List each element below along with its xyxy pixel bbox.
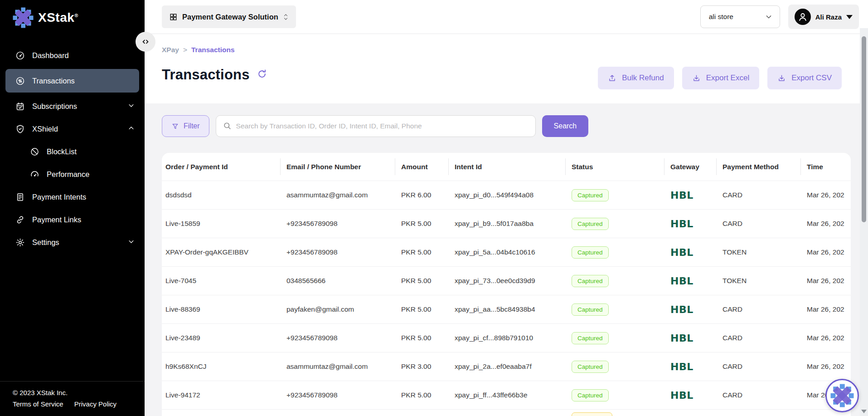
cell-intent-id: xpay_pi_73...0ee0cd39d9 <box>451 277 568 285</box>
cell-amount: PKR 5.00 <box>398 391 451 399</box>
cell-email-phone: +923456789098 <box>283 391 398 399</box>
gateway-hbl-logo: HBL <box>670 361 693 372</box>
export-excel-button[interactable]: Export Excel <box>682 67 759 89</box>
sidebar-item-settings[interactable]: Settings <box>0 232 145 252</box>
table-row[interactable]: XPAY-Order-gqAKGEIBBV +923456789098 PKR … <box>162 238 851 266</box>
export-csv-button[interactable]: Export CSV <box>767 67 842 89</box>
collapse-arrows-icon <box>141 37 150 46</box>
table-row[interactable]: Live-15859 +923456789098 PKR 5.00 xpay_p… <box>162 209 851 238</box>
refresh-icon <box>257 69 267 79</box>
table-row[interactable]: h9Ks68XnCJ asammumtaz@gmail.com PKR 3.00… <box>162 352 851 381</box>
sidebar-item-blocklist[interactable]: BlockList <box>0 142 145 162</box>
vertical-scrollbar[interactable] <box>860 28 868 416</box>
chevron-down-icon <box>128 102 135 111</box>
cell-email-phone: 0348565666 <box>283 277 398 285</box>
cell-email-phone: +923456789098 <box>283 334 398 342</box>
server-list-icon <box>15 192 25 202</box>
status-badge: Captured <box>572 189 609 201</box>
status-badge: Captured <box>572 246 609 259</box>
app-switcher-button[interactable]: Payment Gateway Solution <box>162 5 296 28</box>
download-icon <box>692 74 701 83</box>
sidebar-footer: © 2023 XStak Inc. Terms of Service Priva… <box>0 381 145 416</box>
avatar <box>795 9 811 25</box>
breadcrumb-current[interactable]: Transactions <box>191 46 235 54</box>
sidebar-item-payment-links[interactable]: Payment Links <box>0 210 145 230</box>
sidebar-collapse-button[interactable] <box>136 32 155 52</box>
table-row[interactable]: dsdsdsd asammumtaz@gmail.com PKR 6.00 xp… <box>162 181 851 209</box>
breadcrumb-root[interactable]: XPay <box>162 46 179 54</box>
bulk-refund-button[interactable]: Bulk Refund <box>598 67 674 89</box>
column-header: Order / Payment Id <box>162 153 283 181</box>
gear-icon <box>15 238 25 247</box>
cell-intent-id: xpay_pi_d0...549f494a08 <box>451 191 568 199</box>
sidebar-item-performance[interactable]: Performance <box>0 164 145 184</box>
cell-time: Mar 26, 202 <box>803 305 851 313</box>
cell-amount: PKR 5.00 <box>398 334 451 342</box>
cell-payment-method: TOKEN <box>719 277 803 285</box>
subscriptions-icon <box>15 102 25 111</box>
content-area: XPay > Transactions Transactions Bulk Re… <box>145 34 868 416</box>
gateway-hbl-logo: HBL <box>670 190 693 201</box>
table-row[interactable]: Live-23489 +923456789098 PKR 5.00 xpay_p… <box>162 323 851 352</box>
brand-name: XStak® <box>38 10 78 25</box>
cell-payment-method: CARD <box>719 334 803 342</box>
scrollbar-thumb[interactable] <box>862 36 866 222</box>
page-title: Transactions <box>162 67 250 83</box>
cell-order-payment-id: Live-7045 <box>162 277 283 285</box>
status-badge: Captured <box>572 275 609 287</box>
cell-time: Mar 26, 202 <box>803 248 851 256</box>
cell-payment-method: CARD <box>719 362 803 371</box>
link-icon <box>15 215 25 225</box>
cell-amount: PKR 5.00 <box>398 248 451 256</box>
user-menu-button[interactable]: Ali Raza <box>788 5 859 29</box>
sidebar-item-xshield[interactable]: XShield <box>0 119 145 139</box>
status-badge: Captured <box>572 218 609 230</box>
sidebar-item-dashboard[interactable]: Dashboard <box>0 45 145 65</box>
search-button[interactable]: Search <box>542 115 589 137</box>
sidebar-item-label: Dashboard <box>32 51 135 60</box>
column-header: Amount <box>398 153 451 181</box>
cell-email-phone: asammumtaz@gmail.com <box>283 191 398 199</box>
table-header-row: Order / Payment Id Email / Phone Number … <box>162 153 851 181</box>
brand-logo[interactable]: XStak® <box>0 0 145 33</box>
sidebar-item-transactions[interactable]: Transactions <box>5 69 139 93</box>
cell-order-payment-id: Live-94172 <box>162 391 283 399</box>
sidebar-item-payment-intents[interactable]: Payment Intents <box>0 187 145 207</box>
cell-order-payment-id: Live-23489 <box>162 334 283 342</box>
scrollbar-down-arrow[interactable] <box>861 410 867 413</box>
refresh-button[interactable] <box>257 69 267 81</box>
column-header: Payment Method <box>719 153 803 181</box>
xstak-flower-icon <box>13 7 34 28</box>
sidebar-item-label: Performance <box>47 170 135 179</box>
sidebar-item-label: Settings <box>32 238 121 247</box>
cell-time: Mar 26, 202 <box>803 191 851 199</box>
store-select-value: ali store <box>709 13 733 21</box>
terms-of-service-link[interactable]: Terms of Service <box>13 400 63 408</box>
search-input[interactable] <box>216 115 536 137</box>
sidebar-item-subscriptions[interactable]: Subscriptions <box>0 96 145 116</box>
cell-order-payment-id: h9Ks68XnCJ <box>162 362 283 371</box>
gateway-hbl-logo: HBL <box>670 333 693 344</box>
table-row[interactable]: Live-88369 payfaken@gmail.com PKR 5.00 x… <box>162 295 851 323</box>
store-select[interactable]: ali store <box>700 5 780 28</box>
cell-payment-method: TOKEN <box>719 248 803 256</box>
gateway-hbl-logo: HBL <box>670 390 693 401</box>
filter-button[interactable]: Filter <box>162 115 209 137</box>
partially-visible-next-row <box>162 409 851 416</box>
table-row[interactable]: Live-94172 +923456789098 PKR 5.00 xpay_p… <box>162 381 851 409</box>
up-down-chevrons-icon <box>283 13 289 21</box>
column-header: Intent Id <box>451 153 568 181</box>
cell-time: Mar 26, 202 <box>803 362 851 371</box>
sidebar-item-label: Payment Links <box>32 215 135 224</box>
gateway-hbl-logo: HBL <box>670 275 693 287</box>
privacy-policy-link[interactable]: Privacy Policy <box>74 400 116 408</box>
gateway-hbl-logo: HBL <box>670 304 693 315</box>
xstak-flower-icon <box>830 384 854 407</box>
cell-payment-method: CARD <box>719 391 803 399</box>
table-row[interactable]: Live-7045 0348565666 PKR 5.00 xpay_pi_73… <box>162 266 851 295</box>
copyright-text: © 2023 XStak Inc. <box>13 389 145 396</box>
cell-order-payment-id: Live-88369 <box>162 305 283 313</box>
user-name: Ali Raza <box>815 13 842 21</box>
xstak-floating-widget-button[interactable] <box>825 379 859 412</box>
table-body: dsdsdsd asammumtaz@gmail.com PKR 6.00 xp… <box>162 181 851 409</box>
